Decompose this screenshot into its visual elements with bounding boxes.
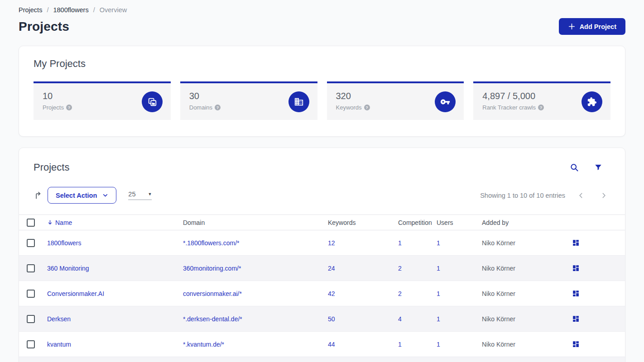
help-icon[interactable]: ?: [364, 105, 370, 110]
project-users-link[interactable]: 1: [437, 341, 482, 348]
search-icon: [570, 163, 579, 172]
search-button[interactable]: [569, 162, 580, 173]
puzzle-icon: [582, 91, 602, 112]
sort-down-arrow-icon: [47, 219, 53, 225]
row-checkbox[interactable]: [27, 340, 35, 348]
page-size-value: 25: [128, 191, 135, 198]
table-row: Derksen *.derksen-dental.de/* 50 4 1 Nik…: [19, 306, 625, 332]
project-competition-link[interactable]: 1: [398, 239, 437, 247]
table-row: 1800flowers *.1800flowers.com/* 12 1 1 N…: [19, 230, 625, 256]
filter-button[interactable]: [593, 162, 603, 172]
add-project-button[interactable]: Add Project: [559, 18, 625, 35]
my-projects-title: My Projects: [34, 58, 610, 70]
dashboard-icon: [572, 239, 580, 247]
column-header-users[interactable]: Users: [437, 219, 482, 226]
project-name-link[interactable]: 1800flowers: [47, 239, 183, 247]
project-name-link[interactable]: Conversionmaker.AI: [47, 290, 183, 297]
project-domain-link[interactable]: *.1800flowers.com/*: [183, 239, 328, 247]
key-icon: [435, 91, 456, 112]
project-keywords-link[interactable]: 42: [328, 290, 398, 297]
help-icon[interactable]: ?: [66, 105, 72, 110]
project-name-link[interactable]: 360 Monitoring: [47, 265, 183, 272]
project-dashboard-button[interactable]: [572, 315, 580, 323]
project-domain-link[interactable]: *.derksen-dental.de/*: [183, 315, 328, 323]
breadcrumb-separator: /: [93, 6, 95, 14]
row-checkbox[interactable]: [27, 239, 35, 247]
project-competition-link[interactable]: 2: [398, 265, 437, 272]
page-size-select[interactable]: 25 ▼: [128, 191, 152, 200]
project-dashboard-button[interactable]: [572, 290, 580, 297]
project-name-link[interactable]: kvantum: [47, 341, 183, 348]
export-arrow-icon: [34, 191, 43, 200]
help-icon[interactable]: ?: [215, 105, 221, 110]
table-row: 360 Monitoring 360monitoring.com/* 24 2 …: [19, 256, 625, 281]
project-domain-link[interactable]: *.kvantum.de/*: [183, 341, 328, 348]
project-competition-link[interactable]: 2: [398, 290, 437, 297]
project-users-link[interactable]: 1: [437, 239, 482, 247]
project-keywords-link[interactable]: 50: [328, 315, 398, 323]
stat-card-rank-tracker-crawls[interactable]: 4,897 / 5,000 Rank Tracker crawls ?: [473, 81, 610, 120]
dashboard-icon: [572, 315, 580, 323]
page-header: Projects Add Project: [19, 18, 625, 35]
projects-copy-icon: [142, 91, 163, 112]
projects-table-panel: Projects: [19, 148, 625, 362]
breadcrumb-projects[interactable]: Projects: [19, 6, 42, 14]
chevron-right-icon: [601, 192, 607, 199]
project-dashboard-button[interactable]: [572, 239, 580, 247]
table-row: Conversionmaker.AI conversionmaker.ai/* …: [19, 281, 625, 306]
column-header-added-by[interactable]: Added by: [482, 219, 572, 226]
project-dashboard-button[interactable]: [572, 340, 580, 348]
dashboard-icon: [572, 340, 580, 348]
table-header-row: Name Domain Keywords Competition Users A…: [19, 214, 625, 230]
dashboard-icon: [572, 290, 580, 297]
caret-down-icon: ▼: [148, 192, 152, 196]
project-competition-link[interactable]: 1: [398, 341, 437, 348]
showing-entries-text: Showing 1 to 10 of 10 entries: [480, 192, 565, 199]
project-users-link[interactable]: 1: [437, 265, 482, 272]
project-keywords-link[interactable]: 24: [328, 265, 398, 272]
project-domain-link[interactable]: 360monitoring.com/*: [183, 265, 328, 272]
stat-card-domains[interactable]: 30 Domains ?: [180, 81, 317, 120]
breadcrumb-1800flowers[interactable]: 1800flowers: [53, 6, 88, 14]
building-icon: [288, 91, 309, 112]
stat-card-projects[interactable]: 10 Projects ?: [34, 81, 171, 120]
project-dashboard-button[interactable]: [572, 264, 580, 272]
column-header-name[interactable]: Name: [47, 219, 183, 226]
table-toolbar: Select Action 25 ▼ Showing 1 to 10 of 10…: [34, 187, 610, 204]
row-checkbox[interactable]: [27, 290, 35, 298]
project-keywords-link[interactable]: 44: [328, 341, 398, 348]
project-users-link[interactable]: 1: [437, 315, 482, 323]
added-by-value: Niko Körner: [482, 265, 572, 272]
column-header-domain[interactable]: Domain: [183, 219, 328, 226]
stat-card-keywords[interactable]: 320 Keywords ?: [327, 81, 464, 120]
breadcrumb-overview: Overview: [100, 6, 127, 14]
page: Projects / 1800flowers / Overview Projec…: [0, 0, 644, 362]
help-icon[interactable]: ?: [538, 105, 544, 110]
added-by-value: Niko Körner: [482, 239, 572, 247]
project-domain-link[interactable]: conversionmaker.ai/*: [183, 290, 328, 297]
projects-table: Name Domain Keywords Competition Users A…: [19, 214, 625, 362]
added-by-value: Niko Körner: [482, 290, 572, 297]
table-body: 1800flowers *.1800flowers.com/* 12 1 1 N…: [19, 230, 625, 357]
project-name-link[interactable]: Derksen: [47, 315, 183, 323]
column-header-competition[interactable]: Competition: [398, 219, 437, 226]
breadcrumb: Projects / 1800flowers / Overview: [19, 0, 625, 14]
page-title: Projects: [19, 19, 69, 34]
prev-page-button[interactable]: [578, 192, 584, 199]
table-row: kvantum *.kvantum.de/* 44 1 1 Niko Körne…: [19, 332, 625, 357]
my-projects-panel: My Projects 10 Projects ?: [19, 46, 625, 137]
column-header-keywords[interactable]: Keywords: [328, 219, 398, 226]
project-users-link[interactable]: 1: [437, 290, 482, 297]
project-keywords-link[interactable]: 12: [328, 239, 398, 247]
row-checkbox[interactable]: [27, 315, 35, 323]
stat-label: Rank Tracker crawls: [482, 104, 536, 111]
breadcrumb-separator: /: [47, 6, 48, 14]
project-competition-link[interactable]: 4: [398, 315, 437, 323]
select-action-dropdown[interactable]: Select Action: [48, 187, 116, 204]
next-page-button[interactable]: [601, 192, 607, 199]
export-button[interactable]: [34, 191, 43, 200]
chevron-down-icon: [102, 192, 108, 198]
pagination: [578, 192, 610, 199]
select-all-checkbox[interactable]: [27, 219, 35, 227]
row-checkbox[interactable]: [27, 264, 35, 272]
